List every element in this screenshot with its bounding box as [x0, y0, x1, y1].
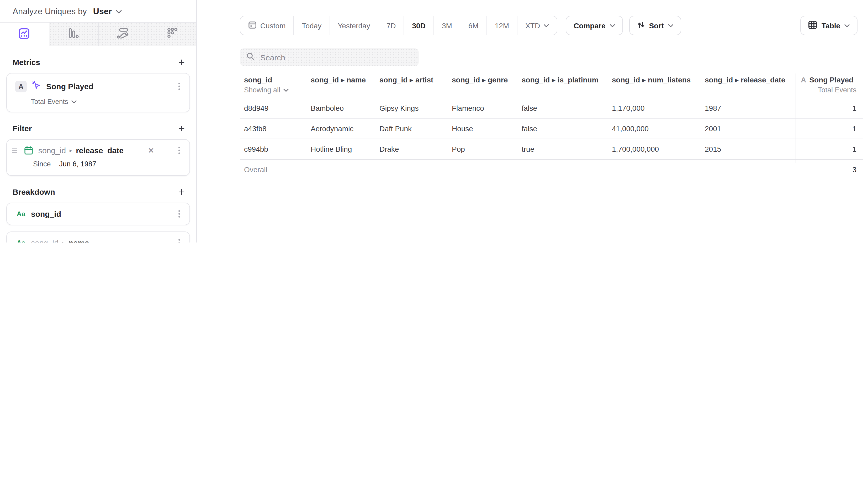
- cell-metric-value: 1: [792, 145, 863, 153]
- cell-artist: Daft Punk: [379, 124, 452, 133]
- date-range-label: Today: [302, 21, 321, 30]
- chevron-down-icon: [283, 88, 289, 92]
- cell-is-platinum: false: [522, 104, 612, 112]
- add-metric-button[interactable]: +: [178, 58, 185, 66]
- sort-arrows-icon: [637, 21, 645, 30]
- breakdown-card[interactable]: Aa song_id: [6, 203, 190, 225]
- drag-handle-icon[interactable]: [12, 150, 17, 151]
- cell-metric-value: 1: [792, 124, 863, 133]
- breakdown-section-header: Breakdown +: [0, 176, 196, 196]
- cell-num-listens: 41,000,000: [612, 124, 705, 133]
- cell-release-date: 2001: [705, 124, 792, 133]
- breakdown-kebab-menu[interactable]: [179, 213, 180, 215]
- bar-chart-icon: [67, 27, 80, 41]
- column-header[interactable]: song_id ▸ artist: [379, 75, 452, 84]
- tab-insights-line[interactable]: [0, 23, 49, 46]
- cell-is-platinum: false: [522, 124, 612, 133]
- showing-all-dropdown[interactable]: Showing all: [244, 86, 311, 94]
- chart-view-button[interactable]: Table: [801, 16, 858, 35]
- date-range-7d[interactable]: 7D: [379, 16, 404, 35]
- breakdown-card[interactable]: Aa song_id ▸ name: [6, 232, 190, 243]
- cell-release-date: 1987: [705, 104, 792, 112]
- cell-song-id: d8d949: [244, 104, 311, 112]
- tab-bar-chart[interactable]: [49, 23, 99, 46]
- filter-operator-dropdown[interactable]: Since: [33, 160, 51, 168]
- date-range-custom[interactable]: Custom: [240, 16, 294, 35]
- search-box: [240, 48, 419, 66]
- chevron-down-icon: [71, 100, 76, 103]
- flows-icon: [116, 27, 130, 41]
- text-property-icon: Aa: [15, 210, 27, 218]
- date-range-6m[interactable]: 6M: [461, 16, 487, 35]
- metrics-title: Metrics: [12, 58, 40, 67]
- breadcrumb-arrow-icon: ▸: [62, 240, 65, 243]
- column-header[interactable]: song_id ▸ release_date: [705, 75, 792, 84]
- compare-button[interactable]: Compare: [566, 16, 623, 35]
- search-icon: [246, 52, 254, 62]
- table-row[interactable]: c994bb Hotline Bling Drake Pop true 1,70…: [240, 139, 863, 159]
- breakdown-kebab-menu[interactable]: [179, 242, 180, 243]
- calendar-icon: [248, 21, 257, 30]
- cell-num-listens: 1,700,000,000: [612, 145, 705, 153]
- showing-all-label: Showing all: [244, 86, 280, 94]
- cell-artist: Gipsy Kings: [379, 104, 452, 112]
- chart-type-tabbar: [0, 22, 196, 46]
- date-range-yesterday[interactable]: Yesterday: [330, 16, 379, 35]
- filter-property: release_date: [76, 146, 124, 155]
- filter-card[interactable]: song_id ▸ release_date ✕ Since Jun 6, 19…: [6, 139, 190, 176]
- sort-button[interactable]: Sort: [629, 16, 681, 35]
- metric-aggregation-dropdown[interactable]: Total Events: [31, 98, 183, 105]
- filter-kebab-menu[interactable]: [179, 150, 180, 151]
- metric-card[interactable]: A Song Played Total Events: [6, 73, 190, 112]
- tab-funnel-dots[interactable]: [148, 23, 196, 46]
- report-toolbar: Custom Today Yesterday 7D 30D 3M 6M 12M …: [240, 16, 858, 35]
- filter-title: Filter: [12, 124, 32, 133]
- table-row[interactable]: d8d949 Bamboleo Gipsy Kings Flamenco fal…: [240, 98, 863, 118]
- remove-filter-icon[interactable]: ✕: [148, 147, 154, 154]
- cell-name: Bamboleo: [311, 104, 379, 112]
- date-range-xtd[interactable]: XTD: [518, 16, 557, 35]
- analyze-label: Analyze Uniques by: [12, 7, 87, 16]
- add-filter-button[interactable]: +: [178, 124, 185, 132]
- chevron-down-icon: [544, 24, 549, 27]
- filter-value[interactable]: Jun 6, 1987: [59, 160, 96, 168]
- search-input[interactable]: [259, 52, 412, 62]
- text-property-icon: Aa: [15, 239, 27, 243]
- column-header[interactable]: song_id ▸ num_listens: [612, 75, 705, 84]
- metric-column-divider: [796, 73, 796, 163]
- cell-artist: Drake: [379, 145, 452, 153]
- table-grid-icon: [808, 20, 817, 31]
- overall-value: 3: [792, 165, 863, 174]
- report-main-area: Custom Today Yesterday 7D 30D 3M 6M 12M …: [197, 0, 868, 243]
- view-label: Table: [822, 21, 840, 30]
- chevron-down-icon: [668, 24, 673, 27]
- cell-metric-value: 1: [792, 104, 863, 112]
- breakdown-prefix: song_id: [31, 238, 59, 243]
- table-row[interactable]: a43fb8 Aerodynamic Daft Punk House false…: [240, 118, 863, 139]
- add-breakdown-button[interactable]: +: [178, 188, 185, 196]
- date-range-12m[interactable]: 12M: [487, 16, 518, 35]
- date-range-label: XTD: [525, 21, 540, 30]
- line-chart-icon: [18, 27, 31, 42]
- date-range-today[interactable]: Today: [294, 16, 330, 35]
- column-header[interactable]: song_id: [244, 75, 311, 84]
- metric-column-header[interactable]: ASong Played: [792, 75, 863, 84]
- date-range-3m[interactable]: 3M: [434, 16, 461, 35]
- tab-flows[interactable]: [98, 23, 148, 46]
- filter-prefix: song_id: [38, 146, 66, 155]
- cell-song-id: c994bb: [244, 145, 311, 153]
- column-header[interactable]: song_id ▸ is_platinum: [522, 75, 612, 84]
- breakdown-property: song_id: [31, 209, 61, 218]
- column-header[interactable]: song_id ▸ genre: [452, 75, 522, 84]
- cell-genre: Flamenco: [452, 104, 522, 112]
- date-range-label: 6M: [468, 21, 478, 30]
- date-range-label: 30D: [412, 21, 426, 30]
- breakdown-title: Breakdown: [12, 187, 55, 196]
- date-range-30d[interactable]: 30D: [404, 16, 434, 35]
- metric-aggregation-label: Total Events: [31, 98, 68, 105]
- analyze-entity-dropdown[interactable]: User: [93, 7, 112, 16]
- compare-label: Compare: [574, 21, 606, 30]
- cell-is-platinum: true: [522, 145, 612, 153]
- metric-kebab-menu[interactable]: [179, 86, 180, 87]
- column-header[interactable]: song_id ▸ name: [311, 75, 379, 84]
